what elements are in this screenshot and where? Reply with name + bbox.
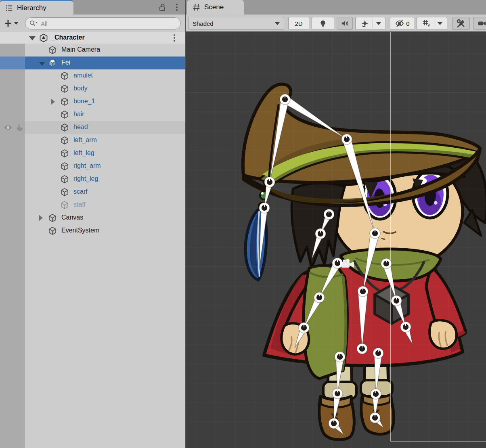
draw-mode-dropdown[interactable]: Shaded <box>188 17 284 30</box>
joint-gizmo <box>358 286 368 297</box>
pick-hand-icon[interactable] <box>15 123 24 132</box>
hierarchy-item-amulet[interactable]: amulet <box>0 69 185 82</box>
eye-icon[interactable] <box>3 123 13 132</box>
expand-arrow-icon[interactable] <box>39 215 43 221</box>
speaker-icon <box>340 19 349 28</box>
grid-icon <box>192 3 201 12</box>
draw-mode-label: Shaded <box>193 20 214 27</box>
gameobject-cube-icon <box>60 71 69 81</box>
joint-gizmo <box>370 412 380 423</box>
effects-visibility-group[interactable] <box>355 17 386 30</box>
joint-gizmo <box>373 348 383 358</box>
item-label: left_leg <box>73 149 94 157</box>
joint-gizmo <box>280 94 290 105</box>
item-label: Fei <box>61 59 70 66</box>
grid-axis-icon <box>422 19 431 28</box>
list-icon <box>5 4 14 13</box>
hierarchy-item-fei[interactable]: Fei <box>0 57 185 69</box>
hierarchy-item-main-camera[interactable]: Main Camera <box>0 44 185 57</box>
hierarchy-tab-strip: Hierarchy <box>0 0 185 15</box>
hierarchy-item-staff[interactable]: staff <box>0 199 185 211</box>
unity-editor-window: Hierarchy <box>0 0 486 448</box>
hierarchy-tab-label: Hierarchy <box>17 4 46 12</box>
item-label: right_arm <box>73 162 101 170</box>
expand-arrow-icon[interactable] <box>51 98 55 105</box>
effects-sparkle-icon <box>360 19 369 28</box>
gameobject-cube-icon <box>60 136 69 145</box>
collapse-arrow-icon[interactable] <box>29 36 36 40</box>
scene-viewport[interactable] <box>186 32 486 448</box>
search-placeholder: All <box>41 20 48 27</box>
hierarchy-search-input[interactable]: All <box>25 17 181 29</box>
scene-tab-strip: Scene <box>186 0 486 15</box>
divider <box>373 19 373 28</box>
divider <box>434 19 434 28</box>
unlock-icon[interactable] <box>157 2 167 12</box>
joint-gizmo <box>324 209 334 220</box>
scene-view <box>186 32 486 448</box>
item-label: head <box>73 124 88 131</box>
hierarchy-item-body[interactable]: body <box>0 82 185 95</box>
hierarchy-item-hair[interactable]: hair <box>0 108 185 121</box>
hierarchy-item-right-arm[interactable]: right_arm <box>0 160 185 173</box>
item-label: Canvas <box>61 214 83 221</box>
joint-gizmo <box>314 292 325 303</box>
kebab-menu-icon[interactable] <box>170 33 178 43</box>
hidden-count: 0 <box>406 20 409 27</box>
joint-gizmo <box>381 258 392 269</box>
joint-gizmo <box>341 134 352 144</box>
camera-settings-button[interactable] <box>473 17 486 30</box>
hierarchy-item-eventsystem[interactable]: EventSystem <box>0 224 185 237</box>
gameobject-cube-icon <box>60 97 69 107</box>
scene-audio-button[interactable] <box>337 17 353 30</box>
effects-dropdown-caret[interactable] <box>376 22 381 25</box>
hierarchy-item-left-arm[interactable]: left_arm <box>0 134 185 147</box>
2d-toggle-button[interactable]: 2D <box>288 17 309 30</box>
eye-slash-icon <box>394 19 405 28</box>
gameobject-cube-icon <box>60 174 69 184</box>
scene-visibility-button[interactable]: 0 <box>390 17 414 30</box>
gameobject-cube-icon <box>60 149 69 158</box>
joint-gizmo <box>332 258 343 268</box>
collapse-arrow-icon[interactable] <box>39 62 45 66</box>
joint-gizmo <box>329 418 339 429</box>
item-label: Main Camera <box>61 46 100 53</box>
gameobject-cube-icon <box>60 200 69 210</box>
item-label: EventSystem <box>61 227 99 234</box>
item-label: staff <box>73 201 86 208</box>
kebab-menu-icon[interactable] <box>173 2 181 12</box>
scene-header-label: _Character <box>51 34 85 41</box>
camera-icon <box>477 19 486 28</box>
create-object-button[interactable] <box>3 19 19 28</box>
2d-label: 2D <box>295 20 302 27</box>
grid-dropdown-caret[interactable] <box>438 22 442 25</box>
hierarchy-item-head[interactable]: head <box>0 121 185 134</box>
hierarchy-item-scarf[interactable]: scarf <box>0 186 185 199</box>
joint-gizmo <box>370 228 380 239</box>
tab-scene[interactable]: Scene <box>187 0 244 15</box>
joint-gizmo <box>315 228 326 239</box>
item-label: bone_1 <box>73 98 95 105</box>
joint-gizmo <box>299 322 309 333</box>
grid-settings-group[interactable] <box>417 17 447 30</box>
joint-gizmo <box>332 388 343 399</box>
scene-tab-label: Scene <box>204 3 224 11</box>
hierarchy-item-left-leg[interactable]: left_leg <box>0 147 185 160</box>
scene-header-row[interactable]: _Character <box>0 32 185 44</box>
gameobject-cube-icon <box>48 226 57 236</box>
hierarchy-item-right-leg[interactable]: right_leg <box>0 173 185 186</box>
component-tools-button[interactable] <box>452 17 470 30</box>
scene-panel: Scene Shaded 2D <box>185 0 486 448</box>
scene-lighting-button[interactable] <box>312 17 334 30</box>
item-label: right_leg <box>73 175 98 182</box>
hierarchy-item-canvas[interactable]: Canvas <box>0 211 185 224</box>
hierarchy-item-bone-1[interactable]: bone_1 <box>0 95 185 108</box>
item-label: left_arm <box>73 136 97 144</box>
hierarchy-panel: Hierarchy <box>0 0 185 448</box>
create-dropdown-caret <box>14 22 19 25</box>
gameobject-cube-icon <box>48 45 57 55</box>
item-label: hair <box>73 111 84 118</box>
joint-gizmo <box>400 322 411 332</box>
tab-hierarchy[interactable]: Hierarchy <box>0 0 73 15</box>
gameobject-cube-icon <box>60 123 69 132</box>
